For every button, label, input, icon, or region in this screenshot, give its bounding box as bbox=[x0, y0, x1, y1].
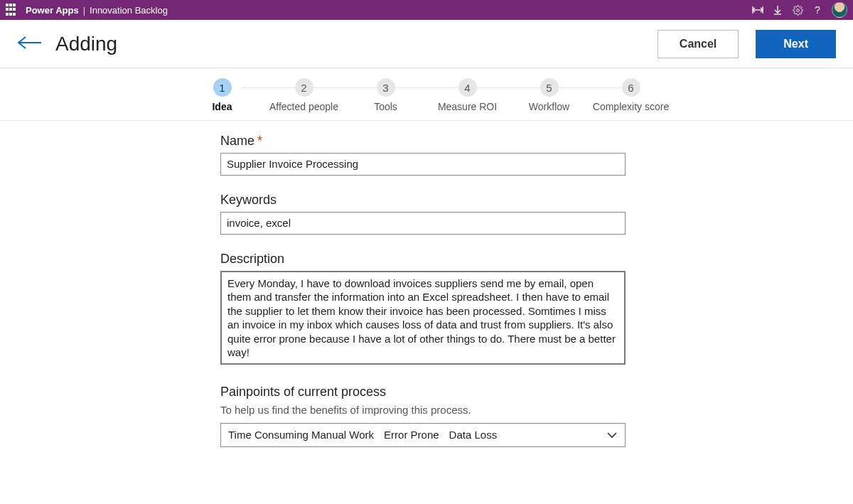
app-name: Innovation Backlog bbox=[90, 5, 168, 16]
page-title: Adding bbox=[55, 33, 658, 55]
step-measure-roi[interactable]: 4 Measure ROI bbox=[426, 78, 508, 113]
step-number: 5 bbox=[540, 78, 559, 97]
name-label: Name* bbox=[220, 134, 640, 149]
painpoints-hint: To help us find the benefits of improvin… bbox=[220, 404, 640, 416]
field-description: Description bbox=[220, 252, 640, 368]
step-affected-people[interactable]: 2 Affected people bbox=[263, 78, 345, 113]
fit-to-screen-icon[interactable] bbox=[748, 0, 768, 20]
step-idea[interactable]: 1 Idea bbox=[181, 78, 263, 113]
step-label: Measure ROI bbox=[426, 101, 508, 113]
back-arrow-icon[interactable] bbox=[17, 36, 43, 53]
step-label: Tools bbox=[345, 101, 426, 113]
brand-divider: | bbox=[83, 5, 85, 16]
field-painpoints: Painpoints of current process To help us… bbox=[220, 385, 640, 447]
app-launcher-icon[interactable] bbox=[6, 4, 18, 16]
user-avatar[interactable] bbox=[832, 2, 847, 18]
page-header: Adding Cancel Next bbox=[0, 20, 853, 68]
brand-label: Power Apps bbox=[26, 5, 79, 16]
required-asterisk: * bbox=[257, 134, 262, 148]
idea-form: Name* Keywords Description Painpoints of… bbox=[213, 134, 640, 447]
settings-gear-icon[interactable] bbox=[788, 0, 808, 20]
step-label: Idea bbox=[181, 101, 263, 113]
painpoint-tag: Data Loss bbox=[449, 429, 498, 441]
step-number: 4 bbox=[458, 78, 477, 97]
step-label: Affected people bbox=[263, 101, 345, 113]
painpoints-label: Painpoints of current process bbox=[220, 385, 640, 400]
step-label: Workflow bbox=[508, 101, 590, 113]
step-complexity-score[interactable]: 6 Complexity score bbox=[590, 78, 672, 113]
step-number: 2 bbox=[295, 78, 313, 97]
wizard-stepper: 1 Idea 2 Affected people 3 Tools 4 Measu… bbox=[0, 68, 853, 121]
step-label: Complexity score bbox=[590, 101, 672, 113]
painpoints-combobox[interactable]: Time Consuming Manual Work Error Prone D… bbox=[220, 423, 626, 447]
painpoints-selected-tags: Time Consuming Manual Work Error Prone D… bbox=[228, 429, 497, 441]
description-label: Description bbox=[220, 252, 640, 267]
download-icon[interactable] bbox=[768, 0, 788, 20]
step-number: 6 bbox=[622, 78, 640, 97]
keywords-label: Keywords bbox=[220, 193, 640, 208]
global-topbar: Power Apps | Innovation Backlog ? bbox=[0, 0, 853, 20]
name-input[interactable] bbox=[220, 153, 626, 176]
step-workflow[interactable]: 5 Workflow bbox=[508, 78, 590, 113]
cancel-button[interactable]: Cancel bbox=[658, 30, 739, 58]
svg-text:?: ? bbox=[815, 4, 820, 16]
chevron-down-icon bbox=[606, 429, 618, 441]
step-tools[interactable]: 3 Tools bbox=[345, 78, 426, 113]
description-textarea[interactable] bbox=[220, 271, 626, 365]
svg-point-5 bbox=[796, 9, 799, 11]
next-button[interactable]: Next bbox=[756, 30, 836, 58]
step-number: 1 bbox=[213, 78, 232, 97]
keywords-input[interactable] bbox=[220, 212, 626, 235]
field-keywords: Keywords bbox=[220, 193, 640, 235]
field-name: Name* bbox=[220, 134, 640, 176]
painpoint-tag: Time Consuming Manual Work bbox=[228, 429, 374, 441]
step-number: 3 bbox=[377, 78, 395, 97]
help-icon[interactable]: ? bbox=[808, 0, 827, 20]
painpoint-tag: Error Prone bbox=[384, 429, 439, 441]
